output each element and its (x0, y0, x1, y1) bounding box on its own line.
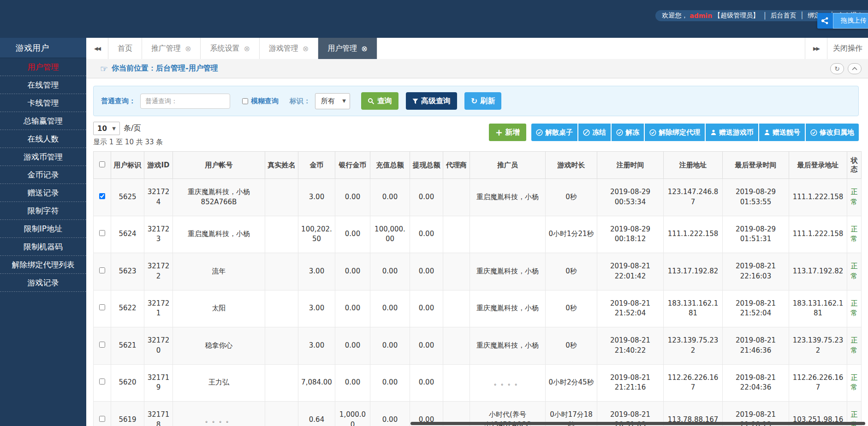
tab-close-icon[interactable]: ⊗ (303, 44, 309, 53)
cell: 2019-08-29 00:53:34 (597, 179, 664, 216)
cell: 5621 (111, 327, 144, 365)
row-checkbox[interactable] (99, 304, 105, 310)
row-checkbox[interactable] (99, 267, 105, 273)
give-coins-button[interactable]: 赠送游戏币 (706, 124, 758, 141)
cell: 0.00 (410, 253, 443, 290)
tab-close-icon[interactable]: ⊗ (244, 44, 250, 53)
tab-系统设置[interactable]: 系统设置⊗ (201, 38, 259, 59)
cell: 1,000.00 (335, 402, 370, 426)
sidebar-item[interactable]: 赠送记录 (0, 184, 86, 202)
header-link[interactable]: 后台首页 (771, 12, 797, 19)
close-operations-button[interactable]: 关闭操作 (827, 38, 868, 59)
select-all-checkbox[interactable] (99, 161, 105, 167)
cell: 0.00 (410, 364, 443, 402)
cell (265, 364, 298, 402)
page-size-select-wrap: 10 (93, 122, 120, 135)
refresh-button[interactable]: ↻ 刷新 (464, 92, 501, 110)
row-checkbox[interactable] (99, 193, 105, 199)
advanced-search-button-label: 高级查询 (421, 96, 451, 106)
fuzzy-checkbox[interactable] (242, 98, 248, 104)
dismiss-table-label: 解散桌子 (545, 128, 573, 137)
cell: 正常 (847, 253, 862, 290)
circle-check-icon (810, 129, 817, 136)
sidebar-item[interactable]: 用户管理 (0, 58, 86, 76)
sidebar-item[interactable]: 卡线管理 (0, 94, 86, 112)
sidebar-item[interactable]: 游戏记录 (0, 274, 86, 292)
upload-overlay[interactable]: 拖拽上传 (817, 13, 868, 29)
sidebar-item[interactable]: 游戏币管理 (0, 148, 86, 166)
cell: 2019-08-29 01:53:55 (723, 179, 789, 216)
tab-close-icon[interactable]: ⊗ (361, 44, 367, 53)
cell: 太阳 (173, 290, 265, 327)
cell: 3.00 (298, 253, 335, 290)
username-link[interactable]: admin (690, 12, 712, 19)
cell (443, 327, 470, 365)
role-label: 【超级管理员】 (714, 12, 759, 20)
sidebar-item[interactable]: 解除绑定代理列表 (0, 256, 86, 274)
drag-upload-button[interactable]: 拖拽上传 (833, 13, 868, 29)
unbind-agent-label: 解除绑定代理 (659, 128, 700, 137)
cell: 0.00 (335, 364, 370, 402)
tabs-scroll-right-icon[interactable]: ▶▶ (805, 38, 827, 59)
cell: 0.00 (335, 179, 370, 216)
dismiss-table-button[interactable]: 解散桌子 (531, 124, 577, 141)
give-nice-id-button[interactable]: 赠送靓号 (759, 124, 805, 141)
funnel-icon (412, 98, 418, 104)
tab-用户管理[interactable]: 用户管理⊗ (318, 38, 377, 59)
page-size-select[interactable]: 10 (93, 122, 120, 135)
unfreeze-button[interactable]: 解冻 (612, 124, 644, 141)
cell: 0秒 (546, 290, 597, 327)
person-icon (764, 129, 770, 136)
horizontal-scrollbar-thumb[interactable] (410, 422, 865, 425)
row-checkbox[interactable] (99, 342, 105, 348)
cell: 2019-08-21 22:01:42 (597, 253, 664, 290)
search-button[interactable]: 查询 (361, 92, 398, 110)
toolbar: + 新增 解散桌子 冻结 解冻 解除绑定代理 (489, 124, 859, 141)
cell (265, 402, 298, 426)
sidebar-item[interactable]: 总输赢管理 (0, 112, 86, 130)
user-table: 用户标识游戏ID用户帐号真实姓名金币银行金币充值总额提现总额代理商推广员游戏时长… (93, 151, 862, 426)
cell: 0秒 (546, 179, 597, 216)
add-button-label: 新增 (505, 128, 520, 137)
cell (265, 253, 298, 290)
table-row: 5624321723重启魔胤科技，小杨100,202.500.00100,000… (94, 216, 862, 253)
welcome-text: 欢迎您， (662, 12, 688, 20)
tabs-scroll-left-icon[interactable]: ◀◀ (86, 38, 108, 59)
tab-close-icon[interactable]: ⊗ (185, 44, 191, 53)
freeze-button[interactable]: 冻结 (578, 124, 611, 141)
row-checkbox[interactable] (99, 230, 105, 236)
cell: 正常 (847, 179, 862, 216)
change-region-button[interactable]: 修改归属地 (806, 124, 859, 141)
column-header: 代理商 (443, 152, 470, 179)
sidebar-section-game-users[interactable]: 游戏用户 (0, 38, 86, 58)
sidebar-item[interactable]: 限制机器码 (0, 238, 86, 256)
table-row: 5620321719王力弘7,084.000.000.000.00。。。。0小时… (94, 364, 862, 402)
sidebar-item[interactable]: 限制字符 (0, 202, 86, 220)
tab-推广管理[interactable]: 推广管理⊗ (142, 38, 201, 59)
tab-首页[interactable]: 首页 (108, 38, 142, 59)
add-button[interactable]: + 新增 (489, 124, 526, 141)
cell: 0小时2分45秒 (546, 364, 597, 402)
cell: 0.00 (370, 179, 410, 216)
row-checkbox[interactable] (99, 379, 105, 385)
sidebar-item[interactable]: 限制IP地址 (0, 220, 86, 238)
advanced-search-button[interactable]: 高级查询 (406, 92, 457, 110)
tab-label: 首页 (118, 44, 132, 53)
cell (265, 327, 298, 365)
sidebar-item[interactable]: 在线人数 (0, 130, 86, 148)
cell: 123.139.75.232 (789, 327, 847, 365)
row-checkbox[interactable] (99, 416, 105, 422)
sidebar-item[interactable]: 金币记录 (0, 166, 86, 184)
tab-游戏管理[interactable]: 游戏管理⊗ (260, 38, 318, 59)
sidebar-menu: 用户管理在线管理卡线管理总输赢管理在线人数游戏币管理金币记录赠送记录限制字符限制… (0, 58, 86, 292)
query-input[interactable] (140, 94, 230, 109)
collapse-panel-icon[interactable] (848, 63, 862, 74)
sidebar-item[interactable]: 在线管理 (0, 76, 86, 94)
flag-select[interactable]: 所有 (315, 93, 350, 109)
refresh-page-icon[interactable]: ↻ (830, 63, 844, 74)
column-header: 真实姓名 (265, 152, 298, 179)
pagination-summary: 显示 1 至 10 共 33 条 (93, 138, 163, 147)
unbind-agent-button[interactable]: 解除绑定代理 (645, 124, 705, 141)
cell: 112.26.226.167 (789, 364, 847, 402)
cell: 111.1.222.158 (789, 179, 847, 216)
